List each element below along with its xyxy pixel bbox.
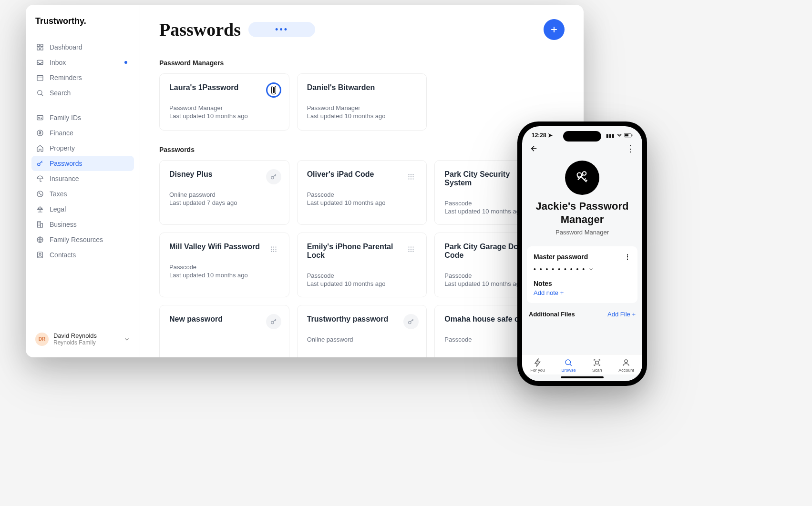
svg-rect-62: [625, 134, 629, 137]
password-card[interactable]: Disney PlusOnline passwordLast updated 7…: [159, 160, 289, 225]
password-card[interactable]: Laura's 1PasswordPassword ManagerLast up…: [159, 73, 289, 131]
masked-password-row[interactable]: • • • • • • • • •: [534, 265, 631, 273]
card-type: Passcode: [307, 272, 417, 279]
sidebar-item-label: Business: [50, 221, 77, 228]
grid-icon: [266, 242, 281, 257]
tab-bar: For youBrowseScanAccount: [522, 354, 642, 374]
sidebar-item-search[interactable]: Search: [31, 85, 134, 101]
password-card[interactable]: Daniel's BitwardenPassword ManagerLast u…: [297, 73, 427, 131]
sidebar-item-dashboard[interactable]: Dashboard: [31, 40, 134, 55]
taxes-icon: [36, 190, 44, 198]
sidebar-item-label: Property: [50, 144, 75, 152]
svg-rect-5: [37, 75, 43, 81]
sidebar-item-insurance[interactable]: Insurance: [31, 171, 134, 186]
password-card[interactable]: New password: [159, 305, 289, 357]
svg-point-70: [625, 360, 627, 363]
svg-point-12: [39, 117, 40, 119]
add-file-link[interactable]: Add File +: [607, 311, 636, 318]
grid-icon: [403, 169, 419, 184]
ellipsis-icon: •••: [275, 25, 288, 35]
password-card[interactable]: Mill Valley Wifi PasswordPasscodeLast up…: [159, 233, 289, 297]
sidebar-item-taxes[interactable]: Taxes: [31, 186, 134, 202]
tab-account[interactable]: Account: [618, 358, 634, 373]
phone-screen: 12:28 ➤ ▮▮▮ ⋮: [522, 126, 642, 381]
sidebar-item-family-ids[interactable]: Family IDs: [31, 110, 134, 125]
sidebar-item-label: Search: [50, 89, 71, 97]
sidebar-item-finance[interactable]: Finance: [31, 125, 134, 141]
tab-scan[interactable]: Scan: [592, 358, 602, 373]
svg-point-52: [413, 246, 414, 247]
dynamic-island: [563, 131, 601, 142]
sidebar-item-passwords[interactable]: Passwords: [31, 156, 134, 171]
password-card[interactable]: Oliver's iPad CodePasscodeLast updated 1…: [297, 160, 427, 225]
svg-point-56: [409, 251, 410, 252]
sidebar-item-legal[interactable]: Legal: [31, 202, 134, 217]
card-type: Online password: [307, 336, 417, 343]
additional-files-label: Additional Files: [529, 311, 575, 318]
unread-dot: [124, 61, 127, 64]
svg-point-35: [409, 176, 410, 177]
inbox-icon: [36, 59, 44, 66]
svg-line-10: [41, 94, 43, 96]
onepassword-icon: [266, 82, 281, 98]
card-title: Trustworthy password: [307, 315, 417, 324]
sidebar-item-reminders[interactable]: Reminders: [31, 70, 134, 85]
svg-point-32: [409, 174, 410, 175]
page-header: Passwords •••: [159, 19, 565, 40]
sidebar-item-family-resources[interactable]: Family Resources: [31, 232, 134, 247]
nav-secondary-group: Family IDsFinancePropertyPasswordsInsura…: [31, 110, 134, 263]
sidebar-item-business[interactable]: Business: [31, 217, 134, 232]
svg-point-50: [409, 246, 410, 247]
user-account-switcher[interactable]: DR David Reynolds Reynolds Family: [31, 328, 134, 350]
sidebar-item-contacts[interactable]: Contacts: [31, 247, 134, 263]
detail-subtitle: Password Manager: [555, 229, 609, 236]
key-icon: [36, 160, 44, 167]
key-icon: [403, 314, 419, 329]
password-card[interactable]: Emily's iPhone Parental LockPasscodeLast…: [297, 233, 427, 297]
svg-point-16: [38, 163, 40, 165]
brand-logo: Trustworthy.: [31, 16, 134, 26]
sidebar-item-property[interactable]: Property: [31, 141, 134, 156]
signal-icon: ▮▮▮: [606, 133, 615, 138]
sidebar-item-label: Family IDs: [50, 114, 81, 121]
sidebar-item-inbox[interactable]: Inbox: [31, 55, 134, 70]
svg-point-55: [413, 249, 414, 250]
sidebar-item-label: Taxes: [50, 190, 67, 198]
svg-rect-3: [41, 48, 43, 50]
add-button[interactable]: [544, 19, 565, 40]
svg-point-46: [275, 249, 276, 250]
svg-point-44: [271, 249, 272, 250]
chevron-down-icon: [588, 266, 594, 272]
back-button[interactable]: [530, 144, 538, 153]
svg-point-48: [273, 251, 274, 252]
more-actions-pill[interactable]: •••: [248, 22, 315, 37]
svg-line-68: [570, 364, 572, 366]
wifi-icon: [617, 133, 622, 138]
svg-point-38: [409, 178, 410, 179]
sidebar-item-label: Inbox: [50, 59, 66, 66]
card-title: Oliver's iPad Code: [307, 170, 417, 179]
card-updated: Last updated 10 months ago: [307, 280, 417, 287]
card-type: Online password: [169, 191, 279, 198]
sidebar-item-label: Finance: [50, 129, 73, 137]
tab-label: Account: [618, 368, 634, 373]
card-type: Password Manager: [307, 104, 417, 111]
password-card[interactable]: Trustworthy passwordOnline password: [297, 305, 427, 357]
kebab-menu-icon[interactable]: ⋮: [624, 253, 631, 261]
tab-browse[interactable]: Browse: [561, 358, 576, 373]
svg-point-41: [271, 246, 272, 247]
keys-icon: [565, 161, 599, 195]
svg-point-36: [411, 176, 411, 177]
tab-icon: [593, 358, 601, 367]
avatar: DR: [35, 333, 49, 346]
add-note-link[interactable]: Add note +: [534, 289, 631, 296]
sidebar-item-label: Passwords: [50, 160, 82, 167]
additional-files-row: Additional Files Add File +: [522, 306, 642, 318]
status-time: 12:28 ➤: [532, 132, 553, 139]
kebab-menu-icon[interactable]: ⋮: [626, 143, 635, 154]
calendar-icon: [36, 74, 44, 81]
notes-label: Notes: [534, 280, 631, 287]
tab-for-you[interactable]: For you: [530, 358, 545, 373]
svg-rect-63: [632, 135, 633, 136]
svg-point-58: [413, 251, 414, 252]
